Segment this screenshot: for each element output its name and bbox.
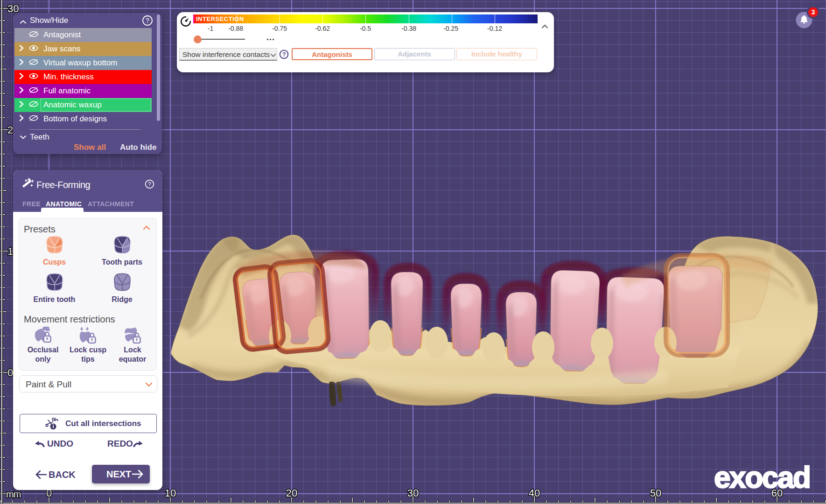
svg-text:0: 0 <box>7 367 13 378</box>
svg-text:?: ? <box>148 181 151 188</box>
svg-text:30: 30 <box>407 487 419 499</box>
svg-text:?: ? <box>282 51 286 58</box>
svg-text:3: 3 <box>812 8 815 16</box>
svg-text:40: 40 <box>529 487 540 499</box>
svg-text:10: 10 <box>165 487 176 499</box>
svg-text:mm: mm <box>6 489 21 499</box>
svg-text:?: ? <box>146 17 149 24</box>
svg-text:20: 20 <box>286 487 297 499</box>
svg-text:50: 50 <box>650 487 661 499</box>
